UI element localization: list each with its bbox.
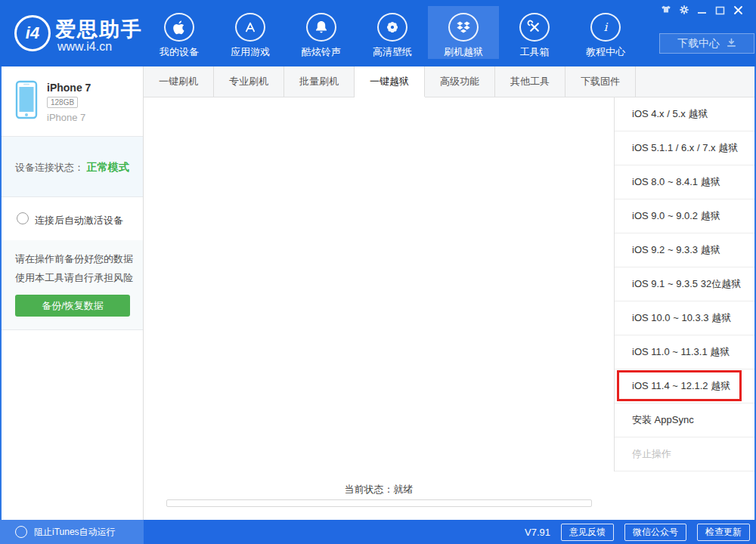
progress-bar xyxy=(166,499,592,507)
nav-flash-jailbreak[interactable]: 刷机越狱 xyxy=(428,6,499,59)
feedback-button[interactable]: 意见反馈 xyxy=(561,524,614,541)
list-item-ios8[interactable]: iOS 8.0 ~ 8.4.1 越狱 xyxy=(615,165,754,199)
window-controls xyxy=(660,4,744,16)
nav-my-devices[interactable]: 我的设备 xyxy=(144,6,215,59)
nav-label: 高清壁纸 xyxy=(373,45,412,59)
auto-activate-radio[interactable] xyxy=(17,212,29,224)
block-itunes-radio[interactable] xyxy=(15,526,27,538)
download-center-label: 下载中心 xyxy=(677,37,720,51)
tab-advanced[interactable]: 高级功能 xyxy=(425,66,495,97)
list-item-stop-operation[interactable]: 停止操作 xyxy=(615,437,754,471)
device-name: iPhone 7 xyxy=(47,82,91,94)
nav-label: 刷机越狱 xyxy=(444,45,483,59)
status-bar: 阻止iTunes自动运行 V7.91 意见反馈 微信公众号 检查更新 xyxy=(0,520,756,544)
iphone-icon xyxy=(15,80,38,124)
nav-label: 应用游戏 xyxy=(231,45,270,59)
list-item-label: iOS 11.4 ~ 12.1.2 越狱 xyxy=(632,379,730,393)
list-item-ios92[interactable]: iOS 9.2 ~ 9.3.3 越狱 xyxy=(615,233,754,267)
apple-icon xyxy=(164,13,194,42)
list-item-ios511-6-7[interactable]: iOS 5.1.1 / 6.x / 7.x 越狱 xyxy=(615,131,754,165)
auto-activate-panel: 连接后自动激活设备 xyxy=(2,198,143,240)
tab-download-firmware[interactable]: 下载固件 xyxy=(565,66,636,97)
flower-icon xyxy=(377,13,407,42)
list-item-install-appsync[interactable]: 安装 AppSync xyxy=(615,403,754,437)
list-item-ios90[interactable]: iOS 9.0 ~ 9.0.2 越狱 xyxy=(615,199,754,233)
svg-text:i: i xyxy=(604,20,609,34)
nav-label: 工具箱 xyxy=(520,45,550,59)
jailbreak-box-icon xyxy=(448,13,479,42)
maximize-icon[interactable] xyxy=(714,5,726,16)
device-model: iPhone 7 xyxy=(47,112,85,123)
nav-label: 教程中心 xyxy=(586,45,625,59)
warning-line-1: 请在操作前备份好您的数据 xyxy=(15,252,133,266)
flash-tabbar: 一键刷机 专业刷机 批量刷机 一键越狱 高级功能 其他工具 下载固件 xyxy=(144,66,756,97)
download-icon xyxy=(727,38,736,50)
list-item-ios91-32bit[interactable]: iOS 9.1 ~ 9.3.5 32位越狱 xyxy=(615,267,754,301)
i4-logo-icon: i4 xyxy=(14,15,51,51)
current-status-text: 当前状态：就绪 xyxy=(144,483,614,496)
list-item-ios4-5[interactable]: iOS 4.x / 5.x 越狱 xyxy=(615,97,754,131)
tab-batch-flash[interactable]: 批量刷机 xyxy=(284,66,355,97)
download-center-button[interactable]: 下载中心 xyxy=(659,33,754,54)
list-item-ios11[interactable]: iOS 11.0 ~ 11.3.1 越狱 xyxy=(615,335,754,369)
version-text: V7.91 xyxy=(525,527,550,538)
tab-pro-flash[interactable]: 专业刷机 xyxy=(214,66,284,97)
tab-one-key-flash[interactable]: 一键刷机 xyxy=(144,66,214,97)
warning-line-2: 使用本工具请自行承担风险 xyxy=(15,271,133,285)
block-itunes-label: 阻止iTunes自动运行 xyxy=(34,526,116,539)
info-icon: i xyxy=(590,13,621,42)
tools-icon xyxy=(519,13,550,42)
device-info-panel: iPhone 7 128GB iPhone 7 xyxy=(2,66,143,136)
device-sidebar: iPhone 7 128GB iPhone 7 设备连接状态： 正常模式 连接后… xyxy=(2,66,144,520)
check-update-button[interactable]: 检查更新 xyxy=(697,524,750,541)
skin-icon[interactable] xyxy=(660,5,671,16)
nav-toolbox[interactable]: 工具箱 xyxy=(499,6,570,59)
backup-warning-panel: 请在操作前备份好您的数据 使用本工具请自行承担风险 备份/恢复数据 xyxy=(2,240,143,330)
nav-tutorials[interactable]: i 教程中心 xyxy=(570,6,641,59)
tab-other-tools[interactable]: 其他工具 xyxy=(495,66,565,97)
nav-apps-games[interactable]: 应用游戏 xyxy=(215,6,286,59)
nav-ringtones[interactable]: 酷炫铃声 xyxy=(286,6,357,59)
jailbreak-main-panel: 当前状态：就绪 xyxy=(144,97,614,520)
auto-activate-label: 连接后自动激活设备 xyxy=(35,214,123,227)
block-itunes-panel: 阻止iTunes自动运行 xyxy=(0,520,144,544)
connection-status-value: 正常模式 xyxy=(87,161,129,173)
appstore-icon xyxy=(235,13,265,42)
window-border-left xyxy=(0,66,2,520)
list-item-ios114-1212[interactable]: iOS 11.4 ~ 12.1.2 越狱 xyxy=(615,369,754,403)
backup-restore-button[interactable]: 备份/恢复数据 xyxy=(15,295,130,317)
header: i4 爱思助手 www.i4.cn 我的设备 应用游戏 酷炫铃声 xyxy=(0,0,756,66)
minimize-icon[interactable] xyxy=(696,5,708,16)
wechat-button[interactable]: 微信公众号 xyxy=(624,524,686,541)
connection-status-panel: 设备连接状态： 正常模式 xyxy=(2,136,143,197)
status-bar-actions: V7.91 意见反馈 微信公众号 检查更新 xyxy=(525,520,750,544)
main-nav: 我的设备 应用游戏 酷炫铃声 高清壁纸 xyxy=(144,6,641,59)
device-capacity-badge: 128GB xyxy=(47,97,78,108)
app-window: i4 爱思助手 www.i4.cn 我的设备 应用游戏 酷炫铃声 xyxy=(0,0,756,544)
tab-one-key-jailbreak[interactable]: 一键越狱 xyxy=(355,66,425,97)
nav-label: 我的设备 xyxy=(160,45,199,59)
jailbreak-version-list: iOS 4.x / 5.x 越狱 iOS 5.1.1 / 6.x / 7.x 越… xyxy=(614,97,754,471)
bell-icon xyxy=(306,13,336,42)
gear-icon[interactable] xyxy=(678,5,689,16)
nav-wallpapers[interactable]: 高清壁纸 xyxy=(357,6,428,59)
connection-status-label: 设备连接状态： xyxy=(15,162,84,173)
app-title: 爱思助手 xyxy=(55,16,143,43)
close-icon[interactable] xyxy=(733,5,744,16)
nav-label: 酷炫铃声 xyxy=(302,45,341,59)
app-url: www.i4.cn xyxy=(57,40,112,54)
list-item-ios10[interactable]: iOS 10.0 ~ 10.3.3 越狱 xyxy=(615,301,754,335)
